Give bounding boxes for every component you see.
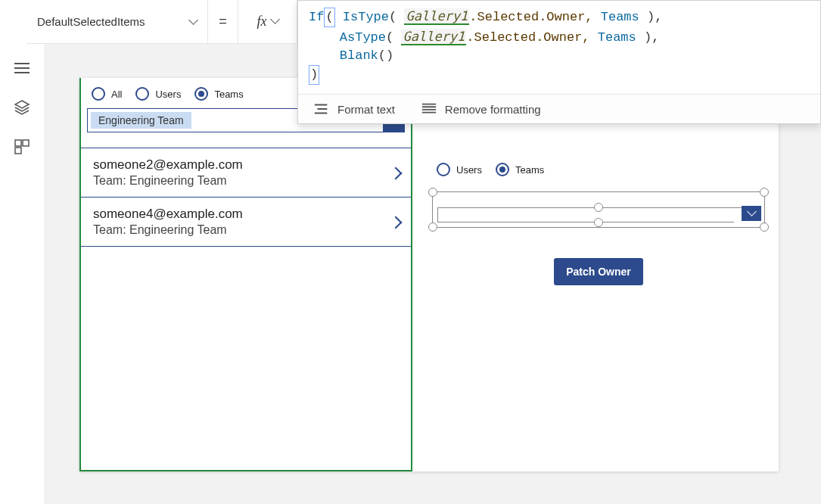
- resize-handle[interactable]: [760, 188, 769, 197]
- gallery: someone2@example.com Team: Engineering T…: [81, 148, 411, 470]
- right-radio-row: Users Teams: [432, 154, 765, 184]
- chevron-right-icon[interactable]: [391, 163, 400, 182]
- resize-handle[interactable]: [594, 203, 603, 212]
- resize-handle[interactable]: [594, 218, 603, 227]
- left-rail: [0, 44, 44, 504]
- token-istype: IsType: [343, 10, 389, 24]
- token-blank: Blank: [340, 48, 378, 63]
- gallery-item-title: someone4@example.com: [93, 207, 243, 222]
- svg-rect-1: [23, 140, 29, 146]
- formula-toolbar: Format text Remove formatting: [298, 94, 820, 123]
- layers-icon[interactable]: [13, 98, 31, 117]
- radio-all-label: All: [111, 89, 122, 100]
- chevron-right-icon[interactable]: [391, 212, 400, 232]
- patch-owner-button[interactable]: Patch Owner: [554, 258, 643, 285]
- selected-combobox-control[interactable]: [432, 191, 765, 228]
- radio-all[interactable]: [92, 87, 105, 101]
- fx-button[interactable]: fx: [238, 0, 297, 43]
- right-panel: Users Teams Patch Owner: [432, 154, 765, 285]
- formula-body[interactable]: If( IsType( Gallery1.Selected.Owner, Tea…: [298, 1, 820, 94]
- gallery-item-sub: Team: Engineering Team: [93, 174, 243, 188]
- radio-teams-right-label: Teams: [515, 164, 544, 176]
- property-selector-value: DefaultSelectedItems: [37, 15, 145, 28]
- chevron-down-icon: [272, 16, 278, 28]
- formula-bar[interactable]: If( IsType( Gallery1.Selected.Owner, Tea…: [297, 0, 821, 124]
- radio-users[interactable]: [135, 87, 149, 101]
- radio-users-label: Users: [155, 89, 181, 100]
- svg-rect-2: [15, 148, 21, 154]
- gallery-item[interactable]: someone4@example.com Team: Engineering T…: [81, 197, 411, 247]
- resize-handle[interactable]: [760, 222, 769, 232]
- gallery-item-sub: Team: Engineering Team: [93, 223, 243, 237]
- format-text-icon: [313, 102, 330, 116]
- radio-teams[interactable]: [194, 87, 208, 101]
- resize-handle[interactable]: [428, 222, 437, 232]
- token-gallery: Gallery1: [404, 8, 469, 25]
- left-panel: All Users Teams Engineering Team someone…: [79, 78, 412, 471]
- app-canvas[interactable]: All Users Teams Engineering Team someone…: [79, 78, 779, 471]
- equals-label: =: [208, 0, 238, 43]
- gallery-item-title: someone2@example.com: [93, 157, 243, 173]
- token-astype: AsType: [340, 30, 386, 45]
- fx-icon: fx: [257, 14, 267, 30]
- cursor: (: [324, 8, 334, 27]
- token-gallery: Gallery1: [401, 29, 466, 45]
- remove-formatting-label: Remove formatting: [445, 103, 541, 116]
- hamburger-icon[interactable]: [13, 59, 31, 77]
- chevron-down-icon[interactable]: [742, 206, 761, 221]
- resize-handle[interactable]: [428, 188, 437, 197]
- radio-users-right[interactable]: [437, 163, 450, 176]
- format-text-button[interactable]: Format text: [313, 102, 395, 116]
- token-if: If: [309, 10, 324, 24]
- format-text-label: Format text: [337, 103, 395, 116]
- remove-formatting-icon: [421, 102, 437, 116]
- radio-teams-right[interactable]: [496, 163, 509, 176]
- chevron-down-icon: [190, 15, 197, 28]
- property-selector[interactable]: DefaultSelectedItems: [26, 0, 208, 43]
- radio-users-right-label: Users: [456, 164, 482, 176]
- close-paren: ): [309, 65, 319, 85]
- gallery-item[interactable]: someone2@example.com Team: Engineering T…: [81, 148, 411, 197]
- remove-formatting-button[interactable]: Remove formatting: [421, 102, 541, 116]
- radio-teams-label: Teams: [214, 89, 243, 100]
- team-combobox-value: Engineering Team: [91, 112, 191, 129]
- components-icon[interactable]: [13, 138, 31, 156]
- svg-rect-0: [15, 140, 21, 146]
